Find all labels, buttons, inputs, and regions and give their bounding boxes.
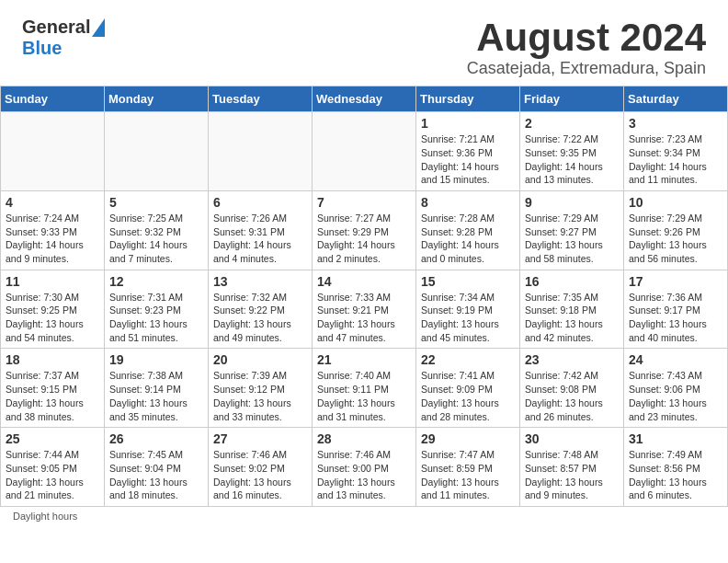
- day-detail: Sunrise: 7:32 AMSunset: 9:22 PMDaylight:…: [213, 291, 307, 345]
- weekday-wednesday: Wednesday: [313, 86, 416, 112]
- logo-general: General: [22, 17, 90, 38]
- day-number: 10: [629, 195, 722, 210]
- weekday-monday: Monday: [105, 86, 209, 112]
- calendar-cell: 7Sunrise: 7:27 AMSunset: 9:29 PMDaylight…: [313, 190, 416, 270]
- day-detail: Sunrise: 7:31 AMSunset: 9:23 PMDaylight:…: [109, 291, 203, 345]
- day-number: 1: [421, 116, 515, 131]
- day-detail: Sunrise: 7:27 AMSunset: 9:29 PMDaylight:…: [317, 212, 411, 266]
- day-number: 15: [421, 274, 515, 289]
- day-detail: Sunrise: 7:34 AMSunset: 9:19 PMDaylight:…: [421, 291, 515, 345]
- day-number: 8: [421, 195, 515, 210]
- day-detail: Sunrise: 7:26 AMSunset: 9:31 PMDaylight:…: [213, 212, 307, 266]
- day-detail: Sunrise: 7:46 AMSunset: 9:02 PMDaylight:…: [213, 448, 307, 502]
- day-detail: Sunrise: 7:46 AMSunset: 9:00 PMDaylight:…: [317, 448, 411, 502]
- day-detail: Sunrise: 7:29 AMSunset: 9:27 PMDaylight:…: [525, 212, 619, 266]
- page-header: General Blue August 2024 Casatejada, Ext…: [0, 0, 728, 86]
- day-detail: Sunrise: 7:25 AMSunset: 9:32 PMDaylight:…: [109, 212, 203, 266]
- calendar-cell: 21Sunrise: 7:40 AMSunset: 9:11 PMDayligh…: [313, 349, 416, 428]
- logo-triangle-icon: [92, 18, 105, 37]
- day-number: 6: [213, 195, 307, 210]
- day-detail: Sunrise: 7:30 AMSunset: 9:25 PMDaylight:…: [6, 291, 99, 345]
- day-number: 9: [525, 195, 619, 210]
- calendar-cell: 2Sunrise: 7:22 AMSunset: 9:35 PMDaylight…: [520, 112, 624, 191]
- footer-note: Daylight hours: [0, 507, 728, 529]
- week-row-3: 11Sunrise: 7:30 AMSunset: 9:25 PMDayligh…: [1, 270, 728, 349]
- day-detail: Sunrise: 7:28 AMSunset: 9:28 PMDaylight:…: [421, 212, 515, 266]
- logo: General Blue: [22, 17, 105, 59]
- calendar-cell: [313, 112, 416, 191]
- day-number: 25: [6, 431, 99, 446]
- day-detail: Sunrise: 7:45 AMSunset: 9:04 PMDaylight:…: [109, 448, 203, 502]
- calendar-cell: 17Sunrise: 7:36 AMSunset: 9:17 PMDayligh…: [624, 270, 728, 349]
- daylight-hours-label: Daylight hours: [13, 511, 77, 522]
- day-number: 14: [317, 274, 411, 289]
- calendar-cell: 20Sunrise: 7:39 AMSunset: 9:12 PMDayligh…: [209, 349, 313, 428]
- logo-blue: Blue: [22, 38, 62, 58]
- day-detail: Sunrise: 7:21 AMSunset: 9:36 PMDaylight:…: [421, 132, 515, 187]
- day-detail: Sunrise: 7:48 AMSunset: 8:57 PMDaylight:…: [525, 448, 619, 502]
- day-detail: Sunrise: 7:29 AMSunset: 9:26 PMDaylight:…: [629, 212, 722, 266]
- day-number: 5: [109, 195, 203, 210]
- calendar-cell: 26Sunrise: 7:45 AMSunset: 9:04 PMDayligh…: [105, 428, 209, 507]
- calendar-cell: 13Sunrise: 7:32 AMSunset: 9:22 PMDayligh…: [209, 270, 313, 349]
- day-number: 3: [629, 116, 722, 131]
- week-row-4: 18Sunrise: 7:37 AMSunset: 9:15 PMDayligh…: [1, 349, 728, 428]
- day-number: 7: [317, 195, 411, 210]
- day-number: 30: [525, 431, 619, 446]
- day-number: 24: [629, 352, 722, 367]
- calendar-cell: 23Sunrise: 7:42 AMSunset: 9:08 PMDayligh…: [520, 349, 624, 428]
- day-detail: Sunrise: 7:42 AMSunset: 9:08 PMDaylight:…: [525, 369, 619, 423]
- calendar-cell: [1, 112, 105, 191]
- calendar-cell: 24Sunrise: 7:43 AMSunset: 9:06 PMDayligh…: [624, 349, 728, 428]
- calendar-cell: 31Sunrise: 7:49 AMSunset: 8:56 PMDayligh…: [624, 428, 728, 507]
- calendar-cell: 8Sunrise: 7:28 AMSunset: 9:28 PMDaylight…: [416, 190, 520, 270]
- day-detail: Sunrise: 7:44 AMSunset: 9:05 PMDaylight:…: [6, 448, 99, 502]
- calendar-cell: 18Sunrise: 7:37 AMSunset: 9:15 PMDayligh…: [1, 349, 105, 428]
- calendar-cell: 11Sunrise: 7:30 AMSunset: 9:25 PMDayligh…: [1, 270, 105, 349]
- day-number: 13: [213, 274, 307, 289]
- day-number: 27: [213, 431, 307, 446]
- week-row-5: 25Sunrise: 7:44 AMSunset: 9:05 PMDayligh…: [1, 428, 728, 507]
- day-detail: Sunrise: 7:33 AMSunset: 9:21 PMDaylight:…: [317, 291, 411, 345]
- day-number: 21: [317, 352, 411, 367]
- calendar-title: August 2024: [467, 17, 706, 59]
- day-number: 17: [629, 274, 722, 289]
- day-number: 28: [317, 431, 411, 446]
- day-detail: Sunrise: 7:40 AMSunset: 9:11 PMDaylight:…: [317, 369, 411, 423]
- calendar-cell: 4Sunrise: 7:24 AMSunset: 9:33 PMDaylight…: [1, 190, 105, 270]
- week-row-1: 1Sunrise: 7:21 AMSunset: 9:36 PMDaylight…: [1, 112, 728, 191]
- day-detail: Sunrise: 7:41 AMSunset: 9:09 PMDaylight:…: [421, 369, 515, 423]
- calendar-cell: 10Sunrise: 7:29 AMSunset: 9:26 PMDayligh…: [624, 190, 728, 270]
- day-number: 4: [6, 195, 99, 210]
- day-detail: Sunrise: 7:47 AMSunset: 8:59 PMDaylight:…: [421, 448, 515, 502]
- day-detail: Sunrise: 7:36 AMSunset: 9:17 PMDaylight:…: [629, 291, 722, 345]
- day-detail: Sunrise: 7:38 AMSunset: 9:14 PMDaylight:…: [109, 369, 203, 423]
- day-number: 19: [109, 352, 203, 367]
- day-number: 18: [6, 352, 99, 367]
- calendar-cell: [105, 112, 209, 191]
- weekday-sunday: Sunday: [1, 86, 105, 112]
- calendar-cell: 6Sunrise: 7:26 AMSunset: 9:31 PMDaylight…: [209, 190, 313, 270]
- calendar-cell: 5Sunrise: 7:25 AMSunset: 9:32 PMDaylight…: [105, 190, 209, 270]
- calendar-cell: 19Sunrise: 7:38 AMSunset: 9:14 PMDayligh…: [105, 349, 209, 428]
- day-number: 20: [213, 352, 307, 367]
- week-row-2: 4Sunrise: 7:24 AMSunset: 9:33 PMDaylight…: [1, 190, 728, 270]
- day-number: 16: [525, 274, 619, 289]
- calendar-cell: 16Sunrise: 7:35 AMSunset: 9:18 PMDayligh…: [520, 270, 624, 349]
- calendar-cell: 3Sunrise: 7:23 AMSunset: 9:34 PMDaylight…: [624, 112, 728, 191]
- day-detail: Sunrise: 7:22 AMSunset: 9:35 PMDaylight:…: [525, 132, 619, 187]
- calendar-cell: 15Sunrise: 7:34 AMSunset: 9:19 PMDayligh…: [416, 270, 520, 349]
- calendar-cell: 25Sunrise: 7:44 AMSunset: 9:05 PMDayligh…: [1, 428, 105, 507]
- svg-marker-0: [92, 18, 105, 37]
- day-number: 31: [629, 431, 722, 446]
- calendar-cell: 1Sunrise: 7:21 AMSunset: 9:36 PMDaylight…: [416, 112, 520, 191]
- day-detail: Sunrise: 7:49 AMSunset: 8:56 PMDaylight:…: [629, 448, 722, 502]
- day-number: 29: [421, 431, 515, 446]
- day-number: 26: [109, 431, 203, 446]
- calendar-cell: 22Sunrise: 7:41 AMSunset: 9:09 PMDayligh…: [416, 349, 520, 428]
- calendar-cell: 27Sunrise: 7:46 AMSunset: 9:02 PMDayligh…: [209, 428, 313, 507]
- calendar-cell: 28Sunrise: 7:46 AMSunset: 9:00 PMDayligh…: [313, 428, 416, 507]
- calendar-cell: 14Sunrise: 7:33 AMSunset: 9:21 PMDayligh…: [313, 270, 416, 349]
- day-detail: Sunrise: 7:24 AMSunset: 9:33 PMDaylight:…: [6, 212, 99, 266]
- day-detail: Sunrise: 7:39 AMSunset: 9:12 PMDaylight:…: [213, 369, 307, 423]
